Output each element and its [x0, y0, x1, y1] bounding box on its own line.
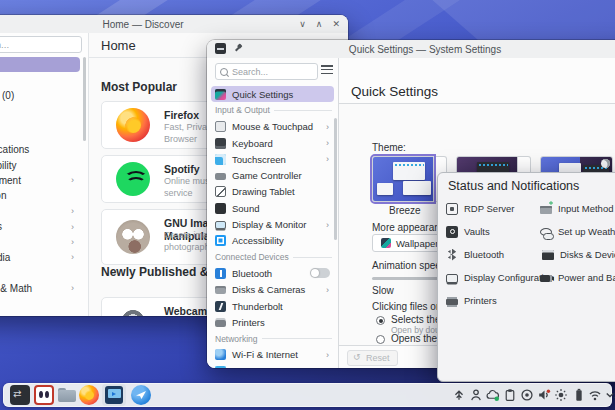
settings-sidebar-item[interactable]: Mouse & Touchpad › — [211, 119, 334, 135]
reset-button[interactable]: Reset — [347, 350, 398, 366]
status-item-label: Bluetooth — [464, 249, 504, 260]
settings-sidebar-scrollbar[interactable] — [334, 118, 337, 240]
settings-sidebar-item[interactable]: Game Controller › — [211, 167, 334, 183]
sidebar-item[interactable]: Settings › — [0, 103, 80, 118]
sidebar-item[interactable]: Installed › — [0, 72, 80, 87]
brightness-icon[interactable] — [554, 388, 568, 402]
discover-sidebar-scrollbar[interactable] — [83, 57, 86, 141]
settings-window-title: Quick Settings — System Settings — [349, 44, 501, 55]
volume-icon[interactable] — [537, 388, 551, 402]
sidebar-item[interactable]: Games › — [0, 204, 80, 219]
status-item[interactable]: Disks & Devices — [540, 243, 615, 266]
settings-item-icon — [215, 138, 226, 149]
sidebar-item[interactable]: Accessibility › — [0, 157, 80, 172]
radio-selects-them[interactable] — [376, 316, 385, 325]
discover-icon[interactable] — [131, 385, 151, 405]
pin-icon[interactable] — [234, 44, 244, 54]
wallpaper-icon — [381, 238, 391, 248]
app-icon — [116, 307, 150, 316]
hamburger-menu-icon[interactable] — [321, 65, 333, 75]
settings-sidebar-item[interactable]: Accessibility › — [211, 233, 334, 249]
status-item[interactable]: Printers — [446, 289, 538, 312]
app-icon — [116, 220, 150, 254]
sidebar-item[interactable]: All Applications › — [0, 142, 80, 157]
chevron-right-icon: › — [326, 220, 329, 230]
sidebar-item[interactable]: Science & Math › — [0, 280, 80, 295]
discover-titlebar[interactable]: Home — Discover ∨ ∧ ✕ — [0, 15, 348, 34]
settings-item-icon — [215, 366, 226, 368]
record-icon[interactable] — [520, 388, 534, 402]
wifi-icon[interactable] — [588, 388, 602, 402]
settings-sidebar-item[interactable]: Quick Settings › — [211, 86, 334, 102]
settings-section-header: Input & Output — [207, 102, 338, 118]
theme-option-breeze[interactable]: ∨ — [372, 156, 447, 202]
sidebar-item[interactable]: Development › — [0, 173, 80, 188]
close-icon[interactable]: ✕ — [332, 19, 340, 29]
status-item[interactable]: Display Configuration — [446, 266, 538, 289]
sidebar-item[interactable]: Education › — [0, 188, 80, 203]
settings-sidebar-item[interactable]: Printers › — [211, 314, 334, 330]
settings-sidebar-item[interactable]: Touchscreen › — [211, 151, 334, 167]
status-item-label: Power and Battery — [558, 272, 615, 283]
auto-theme-moon-icon — [601, 159, 610, 168]
settings-item-label: Online Accounts — [232, 366, 301, 368]
status-item[interactable]: Vaults — [446, 220, 538, 243]
chevron-right-icon: › — [326, 138, 329, 148]
system-settings-task[interactable] — [102, 384, 126, 406]
settings-sidebar-item[interactable]: Drawing Tablet › — [211, 184, 334, 200]
app-launcher-icon[interactable] — [10, 385, 30, 405]
status-item-icon — [540, 206, 552, 214]
settings-sidebar-item[interactable]: Disks & Cameras › — [211, 282, 334, 298]
settings-item-icon — [215, 89, 226, 100]
chevron-right-icon: › — [71, 175, 74, 185]
sidebar-item[interactable]: Office › — [0, 265, 80, 280]
sidebar-item[interactable]: System › — [0, 296, 80, 311]
settings-sidebar-item[interactable]: Display & Monitor › — [211, 216, 334, 232]
sidebar-item[interactable]: Home › — [0, 57, 80, 72]
rdp-indicator-icon[interactable] — [452, 388, 466, 402]
sidebar-item[interactable]: Updates (0) › — [0, 88, 80, 103]
discover-sidebar-list: Home › Installed › Updates (0) › Setting… — [0, 57, 88, 311]
status-item-label: Input Method — [558, 203, 613, 214]
chevron-right-icon: › — [71, 206, 74, 216]
status-item[interactable]: Set up Weather Report — [540, 220, 615, 243]
system-settings-icon — [105, 386, 123, 404]
sidebar-item[interactable]: Multimedia › — [0, 250, 80, 265]
settings-sidebar-item[interactable]: Online Accounts › — [211, 363, 334, 368]
discover-search-placeholder: Search... — [0, 39, 9, 50]
settings-sidebar-item[interactable]: Keyboard › — [211, 135, 334, 151]
status-item[interactable]: Power and Battery — [540, 266, 615, 289]
settings-sidebar-item[interactable]: Thunderbolt › — [211, 298, 334, 314]
battery-icon[interactable] — [572, 388, 586, 402]
cloud-sync-icon[interactable] — [486, 388, 500, 402]
radio-opens-them[interactable] — [376, 335, 385, 344]
discover-search-input[interactable]: Search... — [0, 36, 82, 53]
chevron-right-icon: › — [326, 350, 329, 360]
sidebar-item-label: Updates (0) — [0, 90, 14, 101]
sidebar-item[interactable]: Internet › — [0, 234, 80, 249]
bluetooth-toggle[interactable] — [310, 268, 330, 278]
file-manager-icon[interactable] — [57, 385, 77, 405]
settings-sidebar-item[interactable]: Sound › — [211, 200, 334, 216]
clipboard-icon[interactable] — [503, 388, 517, 402]
status-item[interactable]: RDP Server — [446, 197, 538, 220]
sidebar-item[interactable]: About › — [0, 119, 80, 134]
firefox-icon[interactable] — [79, 385, 99, 405]
settings-item-label: Touchscreen — [232, 154, 286, 165]
eyes-app-icon[interactable] — [34, 385, 54, 405]
status-item[interactable]: Input Method — [540, 197, 615, 220]
sidebar-item[interactable]: Graphics › — [0, 219, 80, 234]
status-item-label: Set up Weather Report — [558, 226, 615, 237]
settings-titlebar[interactable]: Quick Settings — System Settings — [207, 40, 615, 59]
sidebar-item-label: Development — [0, 175, 21, 186]
popup-items-grid: RDP Server Vaults Bluetooth Display Conf… — [446, 197, 615, 312]
settings-sidebar-item[interactable]: Wi-Fi & Internet › — [211, 347, 334, 363]
settings-sidebar-item[interactable]: Bluetooth › — [211, 265, 334, 281]
settings-search-input[interactable]: Search... — [215, 63, 318, 80]
status-item-label: Disks & Devices — [560, 249, 615, 260]
minimize-icon[interactable]: ∨ — [299, 19, 306, 29]
maximize-icon[interactable]: ∧ — [316, 19, 323, 29]
discover-sidebar: Search... Home › Installed › Updates (0)… — [0, 33, 89, 316]
user-icon[interactable] — [469, 388, 483, 402]
status-item[interactable]: Bluetooth — [446, 243, 538, 266]
